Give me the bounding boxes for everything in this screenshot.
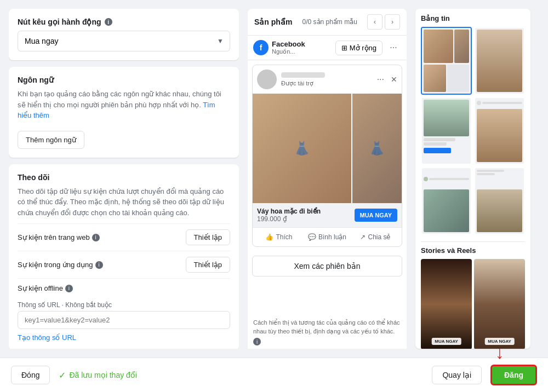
- section-separator-1: [421, 241, 525, 242]
- tracking-description: Theo dõi tập dữ liệu sự kiện chứa lượt c…: [18, 186, 230, 218]
- right-scroll-container: Bảng tin: [421, 14, 525, 349]
- thumb-5-image: [424, 189, 469, 232]
- share-icon: ↗: [360, 233, 366, 241]
- post-button[interactable]: Đăng: [490, 365, 537, 385]
- thumb-bottom-row: [424, 65, 469, 92]
- feed-thumb-6[interactable]: [474, 167, 525, 235]
- saved-text: Đã lưu mọi thay đổi: [69, 371, 136, 379]
- cta-info-icon[interactable]: i: [105, 18, 112, 26]
- close-button[interactable]: Đóng: [11, 366, 50, 384]
- ad-sponsored-label: Được tài trợ: [281, 80, 373, 87]
- story-2-image: [474, 259, 525, 349]
- red-arrow-icon: ↓: [495, 343, 504, 363]
- comment-button[interactable]: 💬 Bình luận: [303, 230, 351, 244]
- story-1-buy-btn: MUA NGAY: [431, 338, 461, 345]
- offline-event-label-container: Sự kiện offline i: [18, 284, 73, 292]
- thumb-6-image: [477, 189, 522, 232]
- preview-next-button[interactable]: ›: [385, 14, 400, 30]
- more-options-button[interactable]: ···: [386, 40, 401, 55]
- stories-section-title: Stories và Reels: [421, 246, 525, 255]
- thumb-6-line1: [477, 170, 504, 172]
- ad-more-icon[interactable]: ···: [377, 74, 384, 84]
- url-params-label: Thông số URL · Không bắt buộc: [18, 301, 230, 309]
- thumb-right-image: [454, 30, 469, 63]
- story-thumb-1[interactable]: MUA NGAY: [421, 259, 472, 349]
- content-area: Nút kêu gọi hành động i Mua ngay Tìm hiể…: [0, 0, 548, 358]
- offline-event-label: Sự kiện offline: [18, 284, 63, 292]
- thumb-3-text-line2: [424, 142, 447, 146]
- tracking-label: Theo dõi: [18, 173, 49, 182]
- feed-thumb-2[interactable]: [474, 27, 525, 95]
- thumb-4-avatar: [477, 101, 481, 105]
- preview-note-info-icon[interactable]: i: [253, 338, 261, 345]
- share-button[interactable]: ↗ Chia sẻ: [351, 230, 399, 244]
- feed-thumb-4-placeholder: [475, 98, 524, 164]
- feed-thumb-3-placeholder: [422, 98, 471, 164]
- ad-side-image: 👗: [352, 94, 402, 203]
- preview-header: Sản phẩm 0/0 sản phẩm mẫu ‹ ›: [248, 9, 407, 36]
- thumb-2-image: [477, 30, 522, 92]
- thumb-3-bottom: [424, 138, 469, 162]
- app-event-setup-button[interactable]: Thiết lập: [186, 257, 230, 273]
- like-label: Thích: [276, 233, 292, 241]
- feed-thumb-2-placeholder: [475, 28, 524, 94]
- thumb-5-header: [424, 170, 469, 188]
- story-thumb-2[interactable]: MUA NGAY: [474, 259, 525, 349]
- ad-preview-scroll[interactable]: Được tài trợ ··· ✕ 👗 👗: [248, 60, 407, 315]
- tab-name: Facebook: [272, 40, 305, 48]
- main-container: Nút kêu gọi hành động i Mua ngay Tìm hiể…: [0, 0, 548, 392]
- web-event-setup-button[interactable]: Thiết lập: [186, 229, 230, 245]
- feed-thumb-1[interactable]: [421, 27, 472, 95]
- add-language-button[interactable]: Thêm ngôn ngữ: [18, 131, 84, 149]
- ad-actions-bar: 👍 Thích 💬 Bình luận ↗ Chia sẻ: [253, 227, 402, 246]
- share-label: Chia sẻ: [368, 233, 390, 241]
- offline-event-info-icon[interactable]: i: [65, 285, 73, 292]
- feed-thumb-5[interactable]: [421, 167, 472, 235]
- saved-indicator: ✓ Đã lưu mọi thay đổi: [59, 370, 136, 381]
- product1-name: Váy hoa mặc đi biển: [257, 207, 355, 215]
- expand-label: Mở rộng: [350, 44, 376, 52]
- view-versions-button[interactable]: Xem các phiên bản: [252, 256, 402, 276]
- bottom-bar: Đóng ✓ Đã lưu mọi thay đổi Quay lại ↓ Đă…: [0, 358, 548, 392]
- ad-page-name-bar: [281, 72, 325, 78]
- expand-button[interactable]: ⊞ Mở rộng: [335, 41, 383, 55]
- ad-card: Được tài trợ ··· ✕ 👗 👗: [252, 65, 402, 247]
- ad-name-block: Được tài trợ: [281, 72, 373, 87]
- left-panel: Nút kêu gọi hành động i Mua ngay Tìm hiể…: [9, 9, 239, 349]
- like-button[interactable]: 👍 Thích: [255, 230, 303, 244]
- stories-grid: MUA NGAY MUA NGAY: [421, 259, 525, 349]
- feed-thumb-5-placeholder: [422, 168, 471, 234]
- products-title: Sản phẩm: [254, 18, 292, 26]
- create-url-params-link[interactable]: Tạo thông số URL: [18, 333, 76, 342]
- arrow-indicator-container: ↓ Đăng: [490, 365, 537, 385]
- ad-close-icon[interactable]: ✕: [391, 75, 397, 84]
- thumb-3-text-line1: [424, 138, 455, 141]
- thumb-4-name: [482, 102, 522, 104]
- feed-thumb-4[interactable]: [474, 97, 525, 165]
- cta-select[interactable]: Mua ngay Tìm hiểu thêm Đăng ký Liên hệ: [18, 31, 230, 51]
- thumb-5-avatar: [424, 177, 428, 181]
- language-title: Ngôn ngữ: [18, 76, 230, 84]
- app-event-label-container: Sự kiện trong ứng dụng i: [18, 261, 103, 269]
- thumb-4-image: [477, 109, 522, 162]
- thumb-6-text: [477, 170, 522, 188]
- offline-event-row: Sự kiện offline i: [18, 278, 230, 298]
- url-params-input[interactable]: [18, 311, 230, 329]
- preview-prev-button[interactable]: ‹: [367, 14, 383, 30]
- web-event-label: Sự kiện trên trang web: [18, 233, 90, 241]
- tracking-title: Theo dõi: [18, 173, 230, 182]
- cta-label: Nút kêu gọi hành động: [18, 18, 101, 26]
- thumb-6-line2: [477, 173, 495, 175]
- app-event-info-icon[interactable]: i: [95, 261, 103, 269]
- buy-now-button[interactable]: MUA NGAY: [355, 209, 397, 222]
- preview-tabs-bar: f Facebook Nguồn... ⊞ Mở rộng ···: [248, 36, 407, 60]
- feed-thumb-6-placeholder: [475, 168, 524, 234]
- feed-thumb-3[interactable]: [421, 97, 472, 165]
- language-description: Khi bạn tạo quảng cáo bằng các ngôn ngữ …: [18, 89, 230, 121]
- preview-note: Cách hiển thị và tương tác của quảng cáo…: [248, 315, 407, 338]
- tracking-card: Theo dõi Theo dõi tập dữ liệu sự kiện ch…: [9, 164, 239, 349]
- back-button[interactable]: Quay lại: [432, 366, 482, 384]
- web-event-info-icon[interactable]: i: [92, 234, 100, 241]
- thumb-top-row: [424, 30, 469, 63]
- thumb-bot-image: [424, 65, 446, 92]
